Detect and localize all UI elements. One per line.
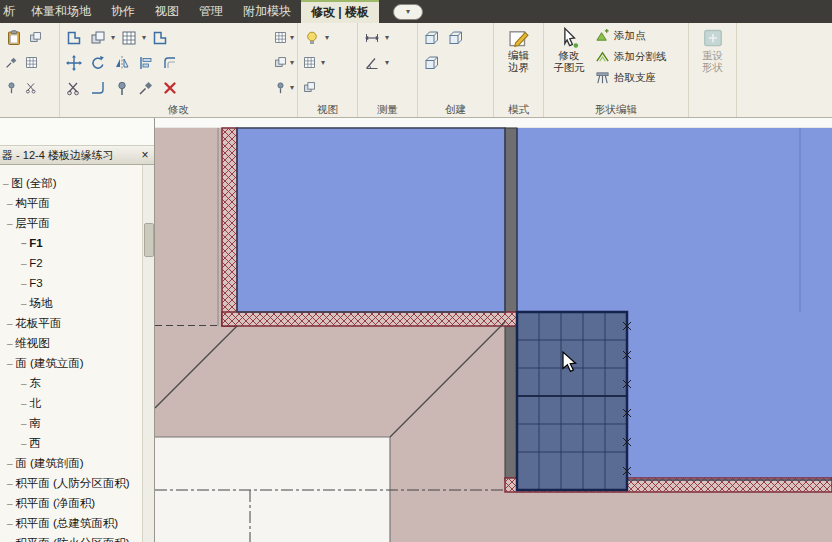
wall-gray-vertical[interactable] [505,128,517,480]
browser-item-ceiling-plans[interactable]: 花板平面 [0,313,154,333]
browser-scrollbar[interactable] [142,165,154,542]
browser-item-area-civil-defense[interactable]: 积平面 (人防分区面积) [0,473,154,493]
array-icon[interactable] [272,29,289,46]
browser-item-elevations[interactable]: 面 (建筑立面) [0,353,154,373]
lightbulb-icon[interactable] [301,27,322,48]
browser-scrollbar-thumb[interactable] [144,223,154,257]
match-type-icon[interactable] [3,54,20,71]
group-label-measure: 测量 [358,102,417,117]
join-geometry-icon[interactable] [118,27,139,48]
modify-sub-elements-button[interactable]: 修改 子图元 [547,25,591,100]
browser-item-sections[interactable]: 面 (建筑剖面) [0,453,154,473]
ribbon-group-mode: 编辑 边界 模式 [494,23,544,117]
drawing-area[interactable] [155,118,832,542]
offset-icon[interactable] [159,52,180,73]
tab-analyze[interactable]: 析 [0,0,21,23]
pin-lock-icon[interactable] [272,79,289,96]
selected-floor-slab[interactable] [517,312,631,490]
add-split-line-label: 添加分割线 [614,50,667,64]
wall-hatched-horizontal[interactable] [222,312,517,326]
align-icon[interactable] [135,52,156,73]
browser-item-views-all[interactable]: 图 (全部) [0,173,154,193]
browser-item-area-fire[interactable]: 积平面 (防火分区面积) [0,533,154,542]
hide-element-icon[interactable] [301,54,318,71]
scale-icon[interactable] [272,54,289,71]
filter-icon[interactable] [23,54,40,71]
ribbon-collapse-button[interactable]: ▾ [393,4,423,20]
reset-shape-icon [702,27,724,49]
unpin-icon[interactable] [111,77,132,98]
copy-icon[interactable] [27,29,44,46]
browser-item-west[interactable]: 西 [0,433,154,453]
tab-manage[interactable]: 管理 [189,0,233,23]
create-assembly-icon[interactable] [421,52,442,73]
browser-item-site[interactable]: 场地 [0,293,154,313]
browser-item-3d-views[interactable]: 维视图 [0,333,154,353]
chevron-down-icon[interactable]: ▾ [385,59,389,67]
browser-item-f3[interactable]: F3 [0,273,154,293]
pick-supports-button[interactable]: 拾取支座 [595,67,685,88]
browser-item-structural-plans[interactable]: 构平面 [0,193,154,213]
ribbon-group-reset-shape: 重设 形状 [689,23,737,117]
tab-addins[interactable]: 附加模块 [233,0,301,23]
browser-item-east[interactable]: 东 [0,373,154,393]
ribbon-group-modify: ▾ ▾ [60,23,298,117]
chevron-down-icon[interactable]: ▾ [290,84,294,92]
tab-modify-floor-contextual[interactable]: 修改 | 楼板 [301,0,379,23]
pin-icon[interactable] [3,79,20,96]
match-icon[interactable] [135,77,156,98]
group-label-mode: 模式 [494,102,543,117]
edit-boundary-button[interactable]: 编辑 边界 [497,25,540,100]
tab-massing-site[interactable]: 体量和场地 [21,0,101,23]
floor-plan-view[interactable] [155,118,832,542]
add-point-button[interactable]: 添加点 [595,25,685,46]
move-icon[interactable] [63,52,84,73]
browser-item-area-gross[interactable]: 积平面 (总建筑面积) [0,513,154,533]
chevron-down-icon[interactable]: ▾ [325,34,329,42]
chevron-down-icon[interactable]: ▾ [290,34,294,42]
create-group-icon[interactable] [421,27,442,48]
close-icon[interactable]: × [138,148,152,162]
edit-boundary-label-line2: 边界 [508,61,529,73]
trim-icon[interactable] [87,77,108,98]
dimension-icon[interactable] [361,52,382,73]
paste-icon[interactable] [3,27,24,48]
ribbon: ▾ ▾ [0,23,832,118]
ribbon-tab-bar: 析 体量和场地 协作 视图 管理 附加模块 修改 | 楼板 ▾ [0,0,832,23]
add-split-line-button[interactable]: 添加分割线 [595,46,685,67]
wall-join-icon[interactable] [149,27,170,48]
browser-item-f1[interactable]: F1 [0,233,154,253]
measure-icon[interactable] [361,27,382,48]
browser-item-floor-plans[interactable]: 层平面 [0,213,154,233]
tab-collaborate[interactable]: 协作 [101,0,145,23]
browser-item-north[interactable]: 北 [0,393,154,413]
browser-item-south[interactable]: 南 [0,413,154,433]
add-split-line-icon [595,49,610,64]
browser-item-f2[interactable]: F2 [0,253,154,273]
create-similar-icon[interactable] [445,27,466,48]
options-strip [155,118,832,128]
delete-icon[interactable] [159,77,180,98]
project-browser-header[interactable]: 器 - 12-4 楼板边缘练习 × [0,146,154,165]
ribbon-group-create: 创建 [418,23,494,117]
mirror-icon[interactable] [111,52,132,73]
pick-supports-label: 拾取支座 [614,71,656,85]
chevron-down-icon[interactable]: ▾ [142,34,146,42]
cut-geometry-icon[interactable] [87,27,108,48]
chevron-down-icon[interactable]: ▾ [111,34,115,42]
tab-view[interactable]: 视图 [145,0,189,23]
override-graphics-icon[interactable] [301,79,318,96]
reset-shape-label-line2: 形状 [702,61,723,73]
chevron-down-icon[interactable]: ▾ [321,59,325,67]
chevron-down-icon[interactable]: ▾ [385,34,389,42]
rotate-icon[interactable] [87,52,108,73]
browser-item-area-net[interactable]: 积平面 (净面积) [0,493,154,513]
cope-icon[interactable] [63,27,84,48]
group-label-create: 创建 [418,102,493,117]
split-icon[interactable] [63,77,84,98]
floor-slab-left[interactable] [237,128,505,312]
chevron-down-icon[interactable]: ▾ [290,59,294,67]
add-point-label: 添加点 [614,29,646,43]
reset-shape-button[interactable]: 重设 形状 [692,25,733,100]
cut-icon[interactable] [23,79,40,96]
